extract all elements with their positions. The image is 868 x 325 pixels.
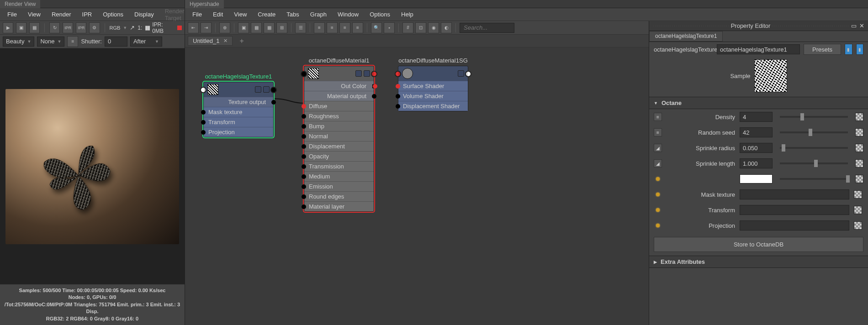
map-button-icon[interactable] bbox=[854, 190, 862, 199]
projection-field[interactable] bbox=[740, 220, 849, 231]
port-icon[interactable] bbox=[201, 130, 206, 135]
attr-type-icon[interactable]: ◢ bbox=[654, 159, 662, 168]
store-to-octanedb-button[interactable]: Store to OctaneDB bbox=[654, 237, 863, 252]
attr-type-icon[interactable]: ◢ bbox=[654, 144, 662, 152]
close-tab-icon[interactable]: ✕ bbox=[223, 38, 228, 44]
port-icon[interactable] bbox=[302, 134, 306, 139]
sample-swatch[interactable] bbox=[754, 59, 787, 92]
rv-menu-file[interactable]: File bbox=[3, 9, 21, 20]
length-slider[interactable] bbox=[780, 162, 848, 164]
align-center-icon[interactable]: ≡ bbox=[327, 22, 338, 33]
render-view-tab[interactable]: Render View bbox=[0, 0, 40, 8]
map-button-icon[interactable] bbox=[855, 175, 863, 183]
node-attr-medium[interactable]: Medium bbox=[304, 171, 374, 181]
hs-menu-create[interactable]: Create bbox=[253, 9, 280, 20]
node-expand-icon[interactable] bbox=[458, 70, 464, 77]
node-attr-displacement[interactable]: Displacement bbox=[304, 141, 374, 151]
hs-menu-tabs[interactable]: Tabs bbox=[282, 9, 303, 20]
port-icon[interactable] bbox=[396, 84, 400, 89]
node-expand-icon[interactable] bbox=[364, 70, 370, 77]
add-tab-icon[interactable]: + bbox=[236, 37, 248, 45]
mask-field[interactable] bbox=[740, 189, 849, 199]
solo-icon[interactable]: ◉ bbox=[428, 22, 439, 33]
node-attr-matlayer[interactable]: Material layer bbox=[304, 201, 374, 211]
grid-icon[interactable]: # bbox=[402, 22, 413, 33]
close-icon[interactable]: ✕ bbox=[859, 22, 864, 29]
map-button-icon[interactable] bbox=[854, 206, 862, 214]
node-out-material[interactable]: Material output bbox=[304, 91, 374, 101]
node-attr-projection[interactable]: Projection bbox=[204, 127, 273, 137]
node-attr-transform[interactable]: Transform bbox=[204, 117, 273, 127]
node-expand-icon[interactable] bbox=[263, 86, 270, 93]
port-icon[interactable] bbox=[302, 124, 306, 129]
node-attr-mask[interactable]: Mask texture bbox=[204, 107, 273, 117]
pause-icon[interactable]: ▮▮ bbox=[145, 24, 149, 31]
node-out-color[interactable]: Out Color bbox=[304, 81, 374, 91]
rv-menu-options[interactable]: Options bbox=[98, 9, 128, 20]
connected-icon[interactable] bbox=[654, 221, 662, 230]
distribute-icon[interactable]: ≡ bbox=[352, 22, 363, 33]
layout-mode1-icon[interactable]: ☰ bbox=[295, 22, 306, 33]
attr-type-icon[interactable]: ≡ bbox=[654, 128, 662, 136]
port-icon[interactable] bbox=[302, 154, 306, 159]
port-icon[interactable] bbox=[302, 194, 306, 199]
port-icon[interactable] bbox=[396, 94, 400, 99]
seed-slider[interactable] bbox=[780, 131, 848, 133]
graph-tab-untitled[interactable]: Untitled_1 ✕ bbox=[188, 36, 233, 46]
frame-all-icon[interactable]: ▣ bbox=[238, 22, 249, 33]
copy-tab-icon[interactable]: ▮ bbox=[856, 44, 863, 55]
rv-menu-render[interactable]: Render bbox=[47, 9, 76, 20]
hs-menu-edit[interactable]: Edit bbox=[208, 9, 228, 20]
node-hagelslag-texture[interactable]: octaneHagelslagTexture1 Texture output M… bbox=[203, 82, 274, 137]
map-button-icon[interactable] bbox=[855, 113, 863, 121]
presets-button[interactable]: Presets bbox=[804, 44, 841, 55]
hypershade-tab[interactable]: Hypershade bbox=[185, 0, 224, 8]
expand-icon[interactable]: ▶ bbox=[654, 260, 657, 264]
node-out-texture[interactable]: Texture output bbox=[204, 97, 273, 107]
section-extra-attrs[interactable]: ▶ Extra Attributes bbox=[649, 256, 868, 268]
graph-rearrange-icon[interactable]: ⊞ bbox=[276, 22, 287, 33]
material-viewer-icon[interactable]: ◐ bbox=[441, 22, 452, 33]
node-attr-dispshader[interactable]: Displacement Shader bbox=[398, 101, 468, 111]
hs-menu-file[interactable]: File bbox=[188, 9, 206, 20]
graph-input-icon[interactable]: ⇤ bbox=[188, 22, 199, 33]
zoom-icon[interactable]: 🔍 bbox=[371, 22, 382, 33]
align-right-icon[interactable]: ≡ bbox=[339, 22, 350, 33]
node-attr-roughness[interactable]: Roughness bbox=[304, 111, 374, 121]
node-diffuse-material[interactable]: octaneDiffuseMaterial1 Out Color Materia… bbox=[304, 66, 374, 212]
port-icon[interactable] bbox=[201, 120, 206, 125]
restore-icon[interactable]: ▭ bbox=[851, 22, 857, 29]
port-icon[interactable] bbox=[302, 104, 306, 109]
render-frame-icon[interactable]: ▶ bbox=[3, 22, 13, 33]
graph-clear1-icon[interactable]: ▦ bbox=[251, 22, 262, 33]
collapse-icon[interactable]: ▼ bbox=[654, 101, 658, 105]
seed-field[interactable] bbox=[740, 127, 773, 137]
render-pass-dropdown[interactable]: Beauty▼ bbox=[3, 37, 34, 47]
density-slider[interactable] bbox=[780, 116, 848, 118]
color-swatch[interactable] bbox=[740, 174, 773, 183]
align-left-icon[interactable]: ≡ bbox=[314, 22, 325, 33]
radius-field[interactable] bbox=[740, 143, 773, 153]
node-attr-surface[interactable]: Surface Shader bbox=[398, 81, 468, 91]
rv-menu-rendertarget[interactable]: Render Target bbox=[160, 6, 189, 23]
port-icon[interactable] bbox=[396, 104, 400, 109]
map-button-icon[interactable] bbox=[855, 144, 863, 152]
node-attr-transmission[interactable]: Transmission bbox=[304, 161, 374, 171]
shutter-timing-dropdown[interactable]: After▼ bbox=[130, 37, 162, 47]
port-icon[interactable] bbox=[302, 184, 306, 189]
snap-icon[interactable]: ⊡ bbox=[415, 22, 426, 33]
density-field[interactable] bbox=[740, 112, 773, 122]
channel-dropdown-icon[interactable]: ▼ bbox=[123, 26, 127, 30]
ipr-stop-icon[interactable]: IPR bbox=[76, 22, 86, 33]
color-slider[interactable] bbox=[780, 178, 848, 180]
node-attr-emission[interactable]: Emission bbox=[304, 181, 374, 191]
connected-icon[interactable] bbox=[654, 206, 662, 214]
port-icon[interactable] bbox=[271, 100, 276, 105]
node-attr-normal[interactable]: Normal bbox=[304, 131, 374, 141]
scale-icon[interactable]: ↗ bbox=[130, 24, 135, 31]
hs-menu-help[interactable]: Help bbox=[397, 9, 418, 20]
node-solo-icon[interactable] bbox=[355, 70, 362, 77]
port-icon[interactable] bbox=[302, 164, 306, 169]
hs-menu-options[interactable]: Options bbox=[365, 9, 395, 20]
node-attr-diffuse[interactable]: Diffuse bbox=[304, 101, 374, 111]
